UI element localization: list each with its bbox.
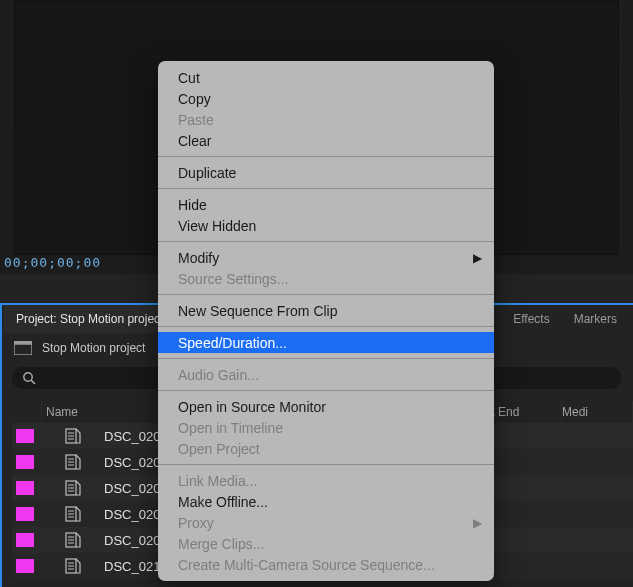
- timecode-display[interactable]: 00;00;00;00: [4, 255, 101, 270]
- menu-item-create-multi-camera-source-sequence: Create Multi-Camera Source Sequence...: [158, 554, 494, 575]
- label-swatch: [16, 455, 34, 469]
- svg-line-3: [31, 380, 35, 384]
- menu-item-merge-clips: Merge Clips...: [158, 533, 494, 554]
- clip-icon: [62, 454, 84, 470]
- tab-project[interactable]: Project: Stop Motion projec: [4, 305, 172, 333]
- menu-item-label: Modify: [178, 250, 219, 266]
- menu-item-label: Copy: [178, 91, 211, 107]
- breadcrumb-name: Stop Motion project: [42, 341, 145, 355]
- svg-rect-1: [14, 341, 32, 344]
- menu-item-label: Proxy: [178, 515, 214, 531]
- col-media[interactable]: Medi: [562, 401, 633, 423]
- menu-separator: [158, 241, 494, 242]
- menu-item-new-sequence-from-clip[interactable]: New Sequence From Clip: [158, 300, 494, 321]
- menu-item-label: Open in Timeline: [178, 420, 283, 436]
- clip-icon: [62, 558, 84, 574]
- menu-item-source-settings: Source Settings...: [158, 268, 494, 289]
- menu-item-open-project: Open Project: [158, 438, 494, 459]
- menu-item-open-in-timeline: Open in Timeline: [158, 417, 494, 438]
- menu-separator: [158, 294, 494, 295]
- menu-separator: [158, 464, 494, 465]
- menu-separator: [158, 326, 494, 327]
- menu-item-label: Cut: [178, 70, 200, 86]
- menu-item-proxy: Proxy▶: [158, 512, 494, 533]
- menu-item-label: Open in Source Monitor: [178, 399, 326, 415]
- menu-item-paste: Paste: [158, 109, 494, 130]
- label-swatch: [16, 533, 34, 547]
- menu-item-modify[interactable]: Modify▶: [158, 247, 494, 268]
- menu-item-clear[interactable]: Clear: [158, 130, 494, 151]
- menu-item-label: Clear: [178, 133, 211, 149]
- svg-rect-0: [14, 344, 32, 355]
- menu-item-label: New Sequence From Clip: [178, 303, 338, 319]
- label-swatch: [16, 507, 34, 521]
- menu-separator: [158, 156, 494, 157]
- svg-point-2: [24, 373, 32, 381]
- label-swatch: [16, 481, 34, 495]
- menu-separator: [158, 390, 494, 391]
- menu-item-open-in-source-monitor[interactable]: Open in Source Monitor: [158, 396, 494, 417]
- menu-item-label: Audio Gain...: [178, 367, 259, 383]
- search-icon: [22, 371, 36, 385]
- menu-item-audio-gain: Audio Gain...: [158, 364, 494, 385]
- menu-item-label: Make Offline...: [178, 494, 268, 510]
- menu-item-label: View Hidden: [178, 218, 256, 234]
- menu-separator: [158, 358, 494, 359]
- menu-item-label: Open Project: [178, 441, 260, 457]
- menu-item-label: Speed/Duration...: [178, 335, 287, 351]
- menu-item-link-media: Link Media...: [158, 470, 494, 491]
- menu-item-view-hidden[interactable]: View Hidden: [158, 215, 494, 236]
- menu-item-cut[interactable]: Cut: [158, 67, 494, 88]
- tab-effects[interactable]: Effects: [501, 305, 561, 333]
- clip-icon: [62, 532, 84, 548]
- menu-item-label: Paste: [178, 112, 214, 128]
- label-swatch: [16, 559, 34, 573]
- menu-item-copy[interactable]: Copy: [158, 88, 494, 109]
- context-menu: CutCopyPasteClearDuplicateHideView Hidde…: [158, 61, 494, 581]
- menu-item-label: Link Media...: [178, 473, 257, 489]
- menu-item-make-offline[interactable]: Make Offline...: [158, 491, 494, 512]
- submenu-arrow-icon: ▶: [473, 516, 482, 530]
- submenu-arrow-icon: ▶: [473, 251, 482, 265]
- label-swatch: [16, 429, 34, 443]
- clip-icon: [62, 506, 84, 522]
- clip-icon: [62, 428, 84, 444]
- bin-icon: [14, 341, 32, 355]
- menu-item-label: Merge Clips...: [178, 536, 264, 552]
- tab-markers[interactable]: Markers: [562, 305, 629, 333]
- menu-item-hide[interactable]: Hide: [158, 194, 494, 215]
- menu-separator: [158, 188, 494, 189]
- menu-item-label: Create Multi-Camera Source Sequence...: [178, 557, 435, 573]
- menu-item-label: Source Settings...: [178, 271, 289, 287]
- menu-item-duplicate[interactable]: Duplicate: [158, 162, 494, 183]
- clip-icon: [62, 480, 84, 496]
- menu-item-label: Hide: [178, 197, 207, 213]
- menu-item-label: Duplicate: [178, 165, 236, 181]
- menu-item-speed-duration[interactable]: Speed/Duration...: [158, 332, 494, 353]
